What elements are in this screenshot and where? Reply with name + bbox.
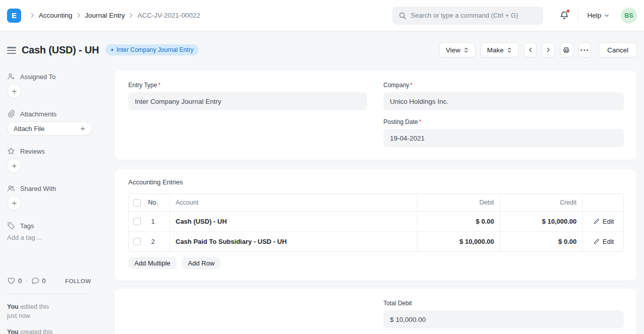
tag-icon [7,222,15,230]
col-debit: Debit [417,194,500,211]
document-sidebar: Assigned To Attachments Attach File Revi… [7,72,91,334]
page-title: Cash (USD) - UH [22,44,99,56]
add-multiple-button[interactable]: Add Multiple [128,257,177,269]
shared-with-label: Shared With [20,185,56,192]
details-right-column: Company* Unico Holdings Inc. Posting Dat… [383,82,624,147]
badge-dot-icon [111,49,113,51]
cancel-button[interactable]: Cancel [599,42,637,57]
activity-action: edited this [20,303,49,310]
edit-row-button[interactable]: Edit [593,238,614,245]
users-icon [7,184,15,192]
grid-actions: Add Multiple Add Row [128,257,220,269]
assigned-to-section: Assigned To [7,72,91,81]
global-search[interactable] [392,7,543,25]
user-avatar[interactable]: BS [621,8,637,24]
notification-dot [567,10,570,13]
entry-type-field: Entry Type* Inter Company Journal Entry [128,82,367,110]
print-button[interactable] [560,42,573,57]
required-marker: * [410,82,413,89]
next-document-button[interactable] [542,42,555,57]
company-label: Company [383,82,409,89]
row-debit[interactable]: $ 0.00 [417,212,500,231]
col-actions [582,194,624,211]
col-credit: Credit [500,194,582,211]
more-options-button[interactable] [578,42,591,57]
company-input[interactable]: Unico Holdings Inc. [383,92,624,110]
plus-icon [11,163,18,169]
search-icon [398,12,407,20]
sidebar-divider [7,293,91,294]
edit-row-button[interactable]: Edit [593,218,614,225]
help-label: Help [587,12,601,19]
col-no: No. [141,199,165,206]
add-review-button[interactable] [7,159,21,173]
row-credit[interactable]: $ 0.00 [500,232,582,251]
activity-actor: You [7,303,19,310]
activity-actor: You [7,328,19,334]
count-separator: · [25,277,27,285]
top-navbar: E Accounting Journal Entry ACC-JV-2021-0… [0,0,644,31]
add-tag-input[interactable]: Add a tag ... [7,234,91,241]
grid-header-row: No. Account Debit Credit [129,194,623,211]
chevron-down-icon [604,13,610,19]
app-logo[interactable]: E [7,9,21,23]
user-plus-icon [7,73,15,81]
table-row[interactable]: 2 Cash Paid To Subsidiary - USD - UH $ 1… [129,231,623,251]
activity-action: created this [20,328,53,334]
entries-grid: No. Account Debit Credit 1 Cash (USD) - … [128,193,624,252]
tags-section: Tags [7,221,91,230]
totals-card: Total Debit $ 10,000.00 [115,289,636,334]
follow-button[interactable]: FOLLOW [65,278,91,284]
table-row[interactable]: 1 Cash (USD) - UH $ 0.00 $ 10,000.00 Edi… [129,211,623,231]
entry-type-input[interactable]: Inter Company Journal Entry [128,92,367,110]
breadcrumb: Accounting Journal Entry ACC-JV-2021-000… [26,12,200,19]
help-menu-button[interactable]: Help [587,12,610,19]
accounting-entries-label: Accounting Entries [128,178,183,186]
comment-icon[interactable] [31,277,40,285]
make-dropdown-button[interactable]: Make [480,42,519,57]
add-assignment-button[interactable] [7,84,21,98]
total-debit-label: Total Debit [383,300,624,307]
required-marker: * [419,118,422,125]
view-dropdown-button[interactable]: View [439,42,475,57]
page-actions: View Make Cancel [439,42,637,57]
sidebar-toggle-button[interactable] [7,46,17,54]
pencil-icon [593,238,600,245]
avatar-initials: BS [624,12,633,19]
plus-icon [79,125,86,132]
row-debit[interactable]: $ 10,000.00 [417,232,500,251]
details-left-column: Entry Type* Inter Company Journal Entry [128,82,367,110]
row-checkbox[interactable] [133,218,141,225]
entry-type-label: Entry Type [128,82,157,89]
status-badge-label: Inter Company Journal Entry [117,46,194,53]
printer-icon [562,46,570,54]
row-account[interactable]: Cash Paid To Subsidiary - USD - UH [170,232,417,251]
ellipsis-icon [581,49,588,51]
breadcrumb-accounting[interactable]: Accounting [39,12,72,19]
row-checkbox[interactable] [133,238,141,245]
select-all-checkbox[interactable] [133,199,141,207]
col-account: Account [170,194,417,211]
posting-date-input[interactable]: 19-04-2021 [383,129,624,147]
heart-icon[interactable] [7,277,16,285]
breadcrumb-current-document: ACC-JV-2021-00022 [137,12,200,19]
breadcrumb-journal-entry[interactable]: Journal Entry [85,12,125,19]
row-credit[interactable]: $ 10,000.00 [500,212,582,231]
add-row-button[interactable]: Add Row [182,257,221,269]
like-count: 0 [18,277,22,285]
navbar-divider [578,10,578,22]
required-marker: * [158,82,160,89]
sort-chevrons-icon [507,47,512,53]
row-account[interactable]: Cash (USD) - UH [170,212,417,231]
page-header: Cash (USD) - UH Inter Company Journal En… [7,42,637,57]
search-input[interactable] [392,7,543,25]
previous-document-button[interactable] [524,42,537,57]
plus-icon [11,200,18,207]
attach-file-button[interactable]: Attach File [7,121,93,136]
posting-date-label: Posting Date [383,118,418,125]
notifications-button[interactable] [559,11,569,20]
attachments-section: Attachments [7,109,91,118]
add-share-button[interactable] [7,196,21,210]
accounting-entries-card: Accounting Entries No. Account Debit Cre… [115,170,636,281]
social-row: 0 · 0 FOLLOW [7,277,91,285]
